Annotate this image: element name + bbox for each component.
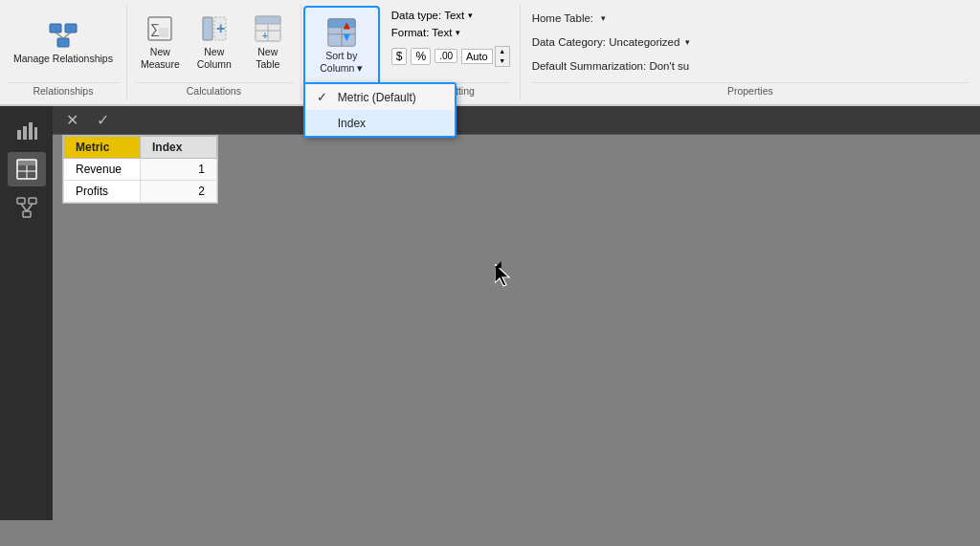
format-chevron[interactable]: ▾ — [456, 28, 460, 37]
svg-rect-24 — [29, 122, 33, 140]
cell-revenue-index[interactable]: 1 — [141, 159, 217, 181]
datatype-label: Data type: Text — [391, 10, 465, 21]
svg-rect-30 — [17, 198, 25, 204]
ribbon-top: Manage Relationships Relationships ∑ New… — [0, 0, 980, 105]
svg-text:∑: ∑ — [150, 21, 160, 36]
ribbon-group-calculations: ∑ NewMeasure + NewColumn — [127, 4, 301, 100]
formula-input[interactable] — [122, 114, 972, 127]
default-summarization-label: Default Summarization: Don't su — [532, 60, 690, 72]
column-header-index[interactable]: Index — [141, 137, 217, 159]
main-area: ✕ ✓ Metric Index Revenue 1 — [0, 106, 980, 520]
svg-rect-22 — [17, 130, 21, 140]
sidebar-icon-tableview[interactable] — [8, 152, 46, 186]
calc-group-items: ∑ NewMeasure + NewColumn — [135, 8, 293, 80]
cell-revenue-metric[interactable]: Revenue — [64, 159, 141, 181]
checkmark-icon: ✓ — [317, 90, 330, 104]
svg-marker-35 — [495, 264, 509, 286]
cell-profits-index[interactable]: 2 — [141, 181, 217, 203]
format-label: Format: Text — [391, 27, 453, 38]
svg-rect-31 — [29, 198, 36, 204]
dollar-button[interactable]: $ — [391, 48, 408, 65]
mouse-cursor — [495, 264, 510, 285]
svg-rect-12 — [256, 16, 280, 24]
data-category-row: Data Category: Uncategorized ▾ — [532, 32, 969, 53]
cell-profits-metric[interactable]: Profits — [64, 181, 141, 203]
new-table-button[interactable]: + NewTable — [243, 8, 293, 76]
svg-line-34 — [27, 204, 33, 211]
svg-line-3 — [56, 33, 63, 38]
sort-by-column-button[interactable]: Sort byColumn ▾ — [313, 11, 370, 80]
index-label: Index — [338, 117, 366, 130]
svg-line-33 — [21, 204, 27, 211]
new-column-label: NewColumn — [197, 46, 232, 70]
calculations-group-label: Calculations — [135, 82, 293, 97]
new-measure-label: NewMeasure — [141, 46, 180, 70]
sidebar-icon-barchart[interactable] — [8, 114, 46, 148]
auto-label: Auto — [461, 49, 493, 64]
table-row: Revenue 1 — [64, 159, 217, 181]
new-measure-button[interactable]: ∑ NewMeasure — [135, 8, 186, 76]
svg-rect-7 — [159, 28, 168, 37]
manage-relationships-label: Manage Relationships — [13, 53, 113, 65]
ribbon-group-relationships: Manage Relationships Relationships — [0, 4, 127, 100]
properties-group-label: Properties — [532, 82, 969, 97]
data-table-container: Metric Index Revenue 1 Profits 2 — [62, 135, 218, 204]
home-table-row: Home Table: ▾ — [532, 8, 969, 29]
ribbon: Manage Relationships Relationships ∑ New… — [0, 0, 980, 106]
column-header-metric[interactable]: Metric — [64, 137, 141, 159]
svg-rect-2 — [57, 38, 69, 47]
manage-relationships-button[interactable]: Manage Relationships — [8, 8, 119, 76]
data-category-chevron[interactable]: ▾ — [685, 37, 690, 47]
sort-dropdown-panel: ✓ Metric (Default) ✓ Index — [303, 82, 457, 138]
svg-text:+: + — [262, 31, 268, 41]
home-table-chevron[interactable]: ▾ — [601, 13, 606, 23]
percent-button[interactable]: % — [411, 48, 431, 65]
svg-rect-1 — [65, 24, 77, 33]
sidebar-icon-relationships[interactable] — [8, 190, 46, 225]
ribbon-group-items: Manage Relationships — [8, 8, 119, 80]
formula-confirm-button[interactable]: ✓ — [91, 109, 114, 132]
format-row: Format: Text ▾ — [391, 25, 510, 40]
svg-rect-25 — [34, 127, 37, 140]
content-area: ✕ ✓ Metric Index Revenue 1 — [53, 106, 980, 520]
new-column-button[interactable]: + NewColumn — [189, 8, 239, 76]
svg-rect-17 — [328, 19, 355, 28]
svg-rect-27 — [17, 160, 36, 165]
left-sidebar — [0, 106, 53, 520]
relationships-group-label: Relationships — [8, 82, 119, 97]
formula-cancel-button[interactable]: ✕ — [60, 109, 83, 132]
dropdown-item-metric-default[interactable]: ✓ Metric (Default) — [305, 84, 455, 110]
svg-rect-8 — [203, 17, 212, 40]
default-summarization-row: Default Summarization: Don't su — [532, 55, 969, 76]
home-table-label: Home Table: — [532, 12, 593, 24]
formula-bar: ✕ ✓ — [53, 106, 980, 135]
ribbon-group-properties: Home Table: ▾ Data Category: Uncategoriz… — [521, 4, 980, 100]
sort-by-column-label: Sort byColumn ▾ — [320, 50, 363, 74]
ribbon-group-sort: Sort byColumn ▾ ✓ Metric (Default) ✓ Ind… — [303, 6, 380, 98]
spinner-up[interactable]: ▲ — [496, 47, 509, 56]
manage-rel-icon — [48, 20, 78, 51]
datatype-row: Data type: Text ▾ — [391, 8, 510, 23]
decimal-button[interactable]: .00 — [434, 49, 457, 63]
metric-default-label: Metric (Default) — [338, 91, 416, 104]
table-icon: + — [253, 13, 283, 44]
data-table: Metric Index Revenue 1 Profits 2 — [63, 136, 217, 203]
sort-icon — [326, 17, 357, 48]
datatype-chevron[interactable]: ▾ — [468, 11, 473, 20]
svg-text:+: + — [216, 20, 225, 36]
data-category-label: Data Category: Uncategorized — [532, 36, 680, 48]
svg-rect-23 — [23, 126, 27, 140]
dropdown-item-index[interactable]: ✓ Index — [305, 110, 455, 136]
new-table-label: NewTable — [256, 46, 279, 70]
measure-icon: ∑ — [145, 13, 175, 44]
sort-group-items: Sort byColumn ▾ — [313, 11, 370, 89]
auto-spinner[interactable]: ▲ ▼ — [495, 46, 510, 67]
table-row: Profits 2 — [64, 181, 217, 203]
table-header-row: Metric Index — [64, 137, 217, 159]
column-icon: + — [199, 13, 230, 44]
svg-rect-0 — [50, 24, 61, 33]
svg-line-4 — [63, 33, 71, 38]
spinner-down[interactable]: ▼ — [496, 56, 509, 66]
svg-rect-32 — [23, 211, 31, 217]
